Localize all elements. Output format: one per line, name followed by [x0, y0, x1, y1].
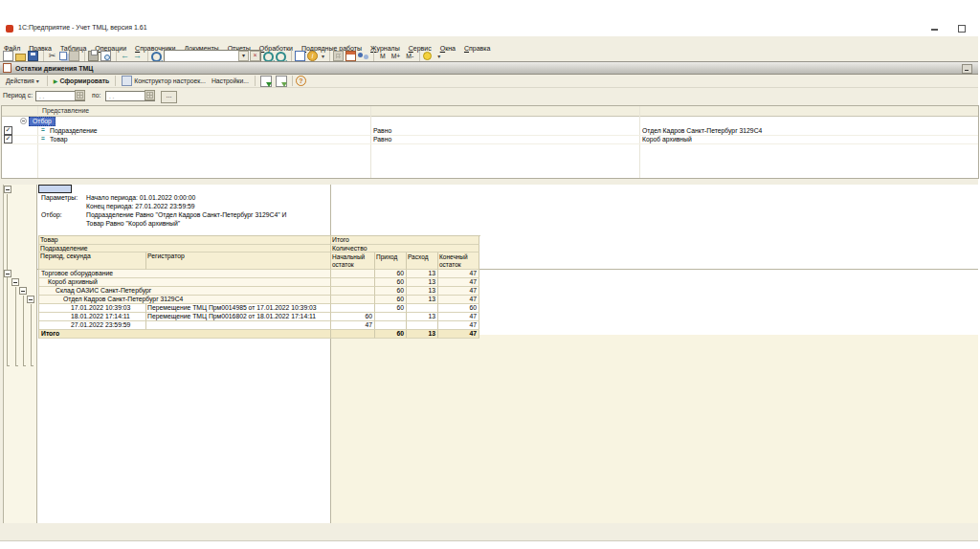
table-row[interactable]: 18.01.2022 17:14:11 Перемещение ТМЦ Прм0… — [39, 313, 480, 321]
cell[interactable] — [407, 321, 438, 330]
checkbox-checked-icon[interactable]: ✓ — [4, 135, 12, 143]
filter-value[interactable]: Короб архивный — [642, 136, 692, 143]
filter-row[interactable]: ✓ = Товар Равно Короб архивный — [2, 135, 978, 144]
memory-minus-button[interactable]: М- — [403, 51, 416, 61]
table-row[interactable]: Короб архивный 60 13 47 — [39, 278, 480, 287]
cell[interactable]: 13 — [407, 287, 438, 296]
filter-condition[interactable]: Равно — [373, 136, 391, 143]
cell[interactable]: 60 — [375, 270, 407, 278]
print-preview-icon[interactable] — [100, 51, 111, 61]
cell[interactable]: 60 — [438, 304, 479, 313]
cell[interactable]: 13 — [407, 330, 438, 339]
cell[interactable]: 60 — [375, 287, 407, 296]
cell[interactable] — [331, 270, 375, 278]
filter-group-row[interactable]: Отбор — [2, 117, 978, 125]
cell[interactable]: 47 — [331, 321, 375, 330]
cell[interactable]: 13 — [407, 278, 438, 287]
period-to-calendar-icon[interactable] — [145, 90, 155, 100]
cell[interactable] — [375, 321, 407, 330]
tip-lamp-icon[interactable] — [423, 52, 432, 60]
save-icon[interactable] — [28, 51, 38, 61]
row-registrator[interactable]: Перемещение ТМЦ Прм0016802 от 18.01.2022… — [146, 313, 331, 321]
cell[interactable] — [331, 330, 375, 339]
cell[interactable]: 47 — [438, 278, 479, 287]
cell[interactable]: 13 — [407, 296, 438, 304]
period-from-calendar-icon[interactable] — [75, 90, 85, 100]
cell[interactable] — [331, 278, 375, 287]
table-row[interactable]: Склад ОАЗИС Санкт-Петербург 60 13 47 — [39, 287, 480, 296]
table-row[interactable]: Отдел Кадров Санкт-Петербург 3129С4 60 1… — [39, 296, 480, 304]
clipboard-icon[interactable] — [295, 51, 305, 61]
group-collapse-icon[interactable] — [27, 296, 34, 303]
filter-field[interactable]: Подразделение — [50, 127, 98, 134]
cell[interactable]: 47 — [438, 296, 479, 304]
save-settings-icon[interactable] — [276, 76, 287, 87]
cut-icon[interactable]: ✂ — [47, 51, 57, 61]
row-label[interactable]: 27.01.2022 23:59:59 — [39, 321, 146, 330]
group-collapse-icon[interactable] — [4, 186, 11, 193]
settings-constructor-button[interactable]: Конструктор настроек... — [119, 76, 209, 87]
open-icon[interactable] — [15, 54, 26, 61]
table-row[interactable]: 27.01.2022 23:59:59 47 47 — [39, 321, 480, 330]
cell[interactable]: 60 — [375, 304, 407, 313]
cell[interactable]: 13 — [407, 313, 438, 321]
minimize-icon[interactable] — [931, 29, 938, 31]
row-label[interactable]: Отдел Кадров Санкт-Петербург 3129С4 — [39, 296, 331, 304]
search-clear-icon[interactable]: × — [250, 51, 260, 61]
row-registrator[interactable]: Перемещение ТМЦ Прм0014985 от 17.01.2022… — [146, 304, 331, 313]
filter-value[interactable]: Отдел Кадров Санкт-Петербург 3129С4 — [642, 127, 762, 134]
cell[interactable]: 47 — [438, 321, 479, 330]
row-registrator[interactable] — [146, 321, 331, 330]
cell[interactable]: 60 — [375, 296, 407, 304]
group-collapse-icon[interactable] — [19, 287, 27, 295]
period-more-button[interactable]: ... — [161, 91, 177, 103]
cell[interactable]: 60 — [375, 330, 407, 339]
report-window-titlebar[interactable]: Остатки движения ТМЦ — [0, 62, 978, 75]
cell[interactable] — [407, 304, 438, 313]
help-icon[interactable]: ? — [296, 76, 306, 86]
cell[interactable] — [331, 287, 375, 296]
table-row[interactable]: 17.01.2022 10:39:03 Перемещение ТМЦ Прм0… — [39, 304, 480, 313]
cell[interactable]: 47 — [438, 270, 479, 278]
checkbox-checked-icon[interactable]: ✓ — [4, 126, 12, 135]
table-row[interactable]: Торговое оборудование 60 13 47 — [39, 270, 480, 278]
cell[interactable]: 47 — [438, 287, 479, 296]
selected-cell[interactable] — [38, 185, 72, 193]
print-icon[interactable] — [88, 51, 99, 61]
users-icon[interactable] — [358, 51, 368, 61]
cell[interactable] — [331, 304, 375, 313]
undo-icon[interactable]: ← — [120, 51, 130, 61]
copy-icon[interactable] — [59, 52, 67, 60]
row-label[interactable]: Короб архивный — [39, 278, 331, 287]
filter-group-label[interactable]: Отбор — [29, 117, 56, 126]
cell[interactable]: 47 — [438, 313, 479, 321]
memory-plus-button[interactable]: М+ — [389, 51, 404, 61]
paste-icon[interactable] — [69, 51, 79, 61]
memory-button[interactable]: М — [377, 51, 389, 61]
calculator-icon[interactable] — [333, 51, 344, 61]
redo-icon[interactable]: → — [132, 51, 143, 61]
cell[interactable]: 47 — [438, 330, 479, 339]
info-icon[interactable]: i — [307, 51, 318, 61]
actions-button[interactable]: Действия ▾ — [3, 76, 44, 87]
cell[interactable] — [331, 296, 375, 304]
toolbar-more-icon[interactable]: ▾ — [437, 53, 440, 59]
cell[interactable]: 60 — [375, 278, 407, 287]
row-label[interactable]: Склад ОАЗИС Санкт-Петербург — [39, 287, 331, 296]
load-settings-icon[interactable] — [260, 76, 272, 87]
search-dropdown-icon[interactable]: ▾ — [238, 51, 249, 61]
group-collapse-icon[interactable] — [4, 270, 11, 277]
cell[interactable] — [375, 313, 407, 321]
cell[interactable]: 13 — [407, 270, 438, 278]
calendar-icon[interactable] — [345, 51, 356, 61]
info-dropdown-icon[interactable]: ▾ — [322, 53, 324, 59]
cell[interactable]: 60 — [331, 313, 375, 321]
new-document-icon[interactable] — [3, 51, 13, 61]
report-window-minimize-icon[interactable] — [962, 64, 972, 74]
table-total-row[interactable]: Итого 60 13 47 — [39, 330, 480, 339]
collapse-icon[interactable] — [20, 118, 27, 124]
row-label[interactable]: Торговое оборудование — [39, 270, 331, 278]
generate-button[interactable]: ▶ Сформировать — [51, 76, 112, 87]
restore-icon[interactable] — [958, 25, 966, 33]
filter-field[interactable]: Товар — [50, 136, 68, 143]
